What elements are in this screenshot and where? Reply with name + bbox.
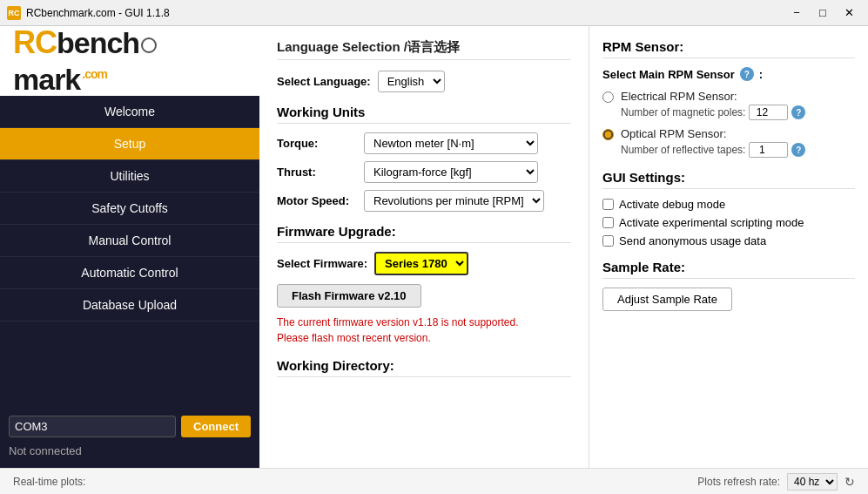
com-port-select[interactable]: COM3 COM1 COM2 COM4 <box>9 416 176 437</box>
motor-speed-label: Motor Speed: <box>277 194 364 207</box>
debug-mode-checkbox[interactable] <box>602 199 614 210</box>
language-row: Select Language: English 中文 <box>277 71 571 92</box>
electrical-poles-label: Number of magnetic poles: <box>621 106 745 118</box>
logo: RCbenchmark.com <box>13 24 246 98</box>
optical-tapes-label: Number of reflective tapes: <box>621 144 745 156</box>
optical-tapes-row: Number of reflective tapes: ? <box>621 142 805 158</box>
language-select[interactable]: English 中文 <box>378 71 445 92</box>
realtime-plots-label: Real-time plots: <box>13 476 85 488</box>
sidebar-item-welcome[interactable]: Welcome <box>0 96 259 128</box>
electrical-poles-help-icon[interactable]: ? <box>791 105 805 119</box>
adjust-sample-rate-button[interactable]: Adjust Sample Rate <box>602 288 732 311</box>
experimental-scripting-checkbox[interactable] <box>602 217 614 228</box>
anonymous-usage-checkbox[interactable] <box>602 235 614 247</box>
plots-refresh-rate-label: Plots refresh rate: <box>697 476 780 488</box>
connection-row: COM3 COM1 COM2 COM4 Connect <box>9 416 251 437</box>
titlebar-controls: − □ ✕ <box>784 3 861 23</box>
plots-refresh-rate-select[interactable]: 40 hz 20 hz 10 hz <box>787 473 838 491</box>
rpm-main-label: Select Main RPM Sensor <box>602 68 735 81</box>
optical-rpm-radio[interactable] <box>602 129 614 140</box>
rpm-radio-group: Electrical RPM Sensor: Number of magneti… <box>602 90 855 158</box>
thrust-select[interactable]: Kilogram-force [kgf] Newton [N] Pound-fo… <box>364 161 538 183</box>
electrical-rpm-label: Electrical RPM Sensor: <box>621 90 805 103</box>
language-label: Select Language: <box>277 75 371 88</box>
electrical-rpm-content: Electrical RPM Sensor: Number of magneti… <box>621 90 805 120</box>
debug-mode-item: Activate debug mode <box>602 198 855 211</box>
logo-rc: RC <box>13 24 57 60</box>
rpm-main-sensor-row: Select Main RPM Sensor ? : <box>602 67 855 81</box>
rpm-section-title: RPM Sensor: <box>602 39 855 58</box>
working-dir-title: Working Directory: <box>277 358 571 377</box>
refresh-icon[interactable]: ↻ <box>844 475 855 489</box>
motor-speed-select[interactable]: Revolutions per minute [RPM] <box>364 190 544 212</box>
electrical-poles-input[interactable] <box>749 105 788 120</box>
language-section-title: Language Selection /语言选择 <box>277 39 571 60</box>
optical-rpm-content: Optical RPM Sensor: Number of reflective… <box>621 127 805 158</box>
debug-mode-label: Activate debug mode <box>619 198 725 211</box>
main-content: Language Selection /语言选择 Select Language… <box>259 26 589 468</box>
main-layout: RCbenchmark.com Welcome Setup Utilities … <box>0 26 868 468</box>
firmware-warning: The current firmware version v1.18 is no… <box>277 315 538 346</box>
logo-area: RCbenchmark.com <box>0 26 259 96</box>
rpm-help-icon[interactable]: ? <box>740 67 754 81</box>
sidebar: RCbenchmark.com Welcome Setup Utilities … <box>0 26 259 468</box>
statusbar-right: Plots refresh rate: 40 hz 20 hz 10 hz ↻ <box>697 473 855 491</box>
connection-area: COM3 COM1 COM2 COM4 Connect Not connecte… <box>0 407 259 468</box>
firmware-select[interactable]: Series 1780 Series 1520 <box>374 252 468 275</box>
right-panel: RPM Sensor: Select Main RPM Sensor ? : E… <box>589 26 868 468</box>
optical-rpm-item: Optical RPM Sensor: Number of reflective… <box>602 127 855 158</box>
connect-button[interactable]: Connect <box>181 416 251 437</box>
sample-rate-title: Sample Rate: <box>602 260 855 279</box>
close-button[interactable]: ✕ <box>837 3 861 23</box>
content-area: Language Selection /语言选择 Select Language… <box>259 26 868 468</box>
anonymous-usage-label: Send anonymous usage data <box>619 234 766 247</box>
optical-tapes-help-icon[interactable]: ? <box>791 143 805 157</box>
connection-status: Not connected <box>9 443 251 459</box>
firmware-row: Select Firmware: Series 1780 Series 1520 <box>277 252 571 275</box>
torque-select[interactable]: Newton meter [N·m] Kilogram-force·meter … <box>364 132 538 154</box>
maximize-button[interactable]: □ <box>811 3 835 23</box>
optical-tapes-input[interactable] <box>749 142 788 158</box>
logo-com: .com <box>82 67 107 81</box>
torque-row: Torque: Newton meter [N·m] Kilogram-forc… <box>277 132 571 154</box>
gui-settings-title: GUI Settings: <box>602 170 855 189</box>
electrical-rpm-item: Electrical RPM Sensor: Number of magneti… <box>602 90 855 120</box>
thrust-row: Thrust: Kilogram-force [kgf] Newton [N] … <box>277 161 571 183</box>
electrical-poles-row: Number of magnetic poles: ? <box>621 105 805 120</box>
thrust-label: Thrust: <box>277 166 364 179</box>
torque-label: Torque: <box>277 137 364 150</box>
sidebar-item-manual-control[interactable]: Manual Control <box>0 225 259 257</box>
electrical-rpm-radio[interactable] <box>602 91 614 103</box>
sidebar-item-setup[interactable]: Setup <box>0 128 259 160</box>
firmware-label: Select Firmware: <box>277 257 367 270</box>
anonymous-usage-item: Send anonymous usage data <box>602 234 855 247</box>
logo-circle <box>141 37 157 53</box>
sidebar-item-database-upload[interactable]: Database Upload <box>0 289 259 321</box>
sidebar-item-safety-cutoffs[interactable]: Safety Cutoffs <box>0 193 259 225</box>
logo-text: RCbenchmark.com <box>13 24 246 98</box>
experimental-scripting-item: Activate experimental scripting mode <box>602 216 855 229</box>
flash-firmware-button[interactable]: Flash Firmware v2.10 <box>277 284 421 308</box>
titlebar: RC RCbenchmark.com - GUI 1.1.8 − □ ✕ <box>0 0 868 26</box>
motor-speed-row: Motor Speed: Revolutions per minute [RPM… <box>277 190 571 212</box>
working-units-title: Working Units <box>277 105 571 124</box>
statusbar: Real-time plots: Plots refresh rate: 40 … <box>0 468 868 494</box>
rpm-colon: : <box>759 68 763 81</box>
sidebar-item-utilities[interactable]: Utilities <box>0 160 259 193</box>
firmware-section-title: Firmware Upgrade: <box>277 224 571 243</box>
titlebar-title: RCbenchmark.com - GUI 1.1.8 <box>26 7 170 19</box>
minimize-button[interactable]: − <box>784 3 809 23</box>
optical-rpm-label: Optical RPM Sensor: <box>621 127 805 140</box>
sidebar-item-automatic-control[interactable]: Automatic Control <box>0 257 259 289</box>
titlebar-left: RC RCbenchmark.com - GUI 1.1.8 <box>7 6 170 20</box>
app-icon: RC <box>7 6 21 20</box>
experimental-scripting-label: Activate experimental scripting mode <box>619 216 804 229</box>
